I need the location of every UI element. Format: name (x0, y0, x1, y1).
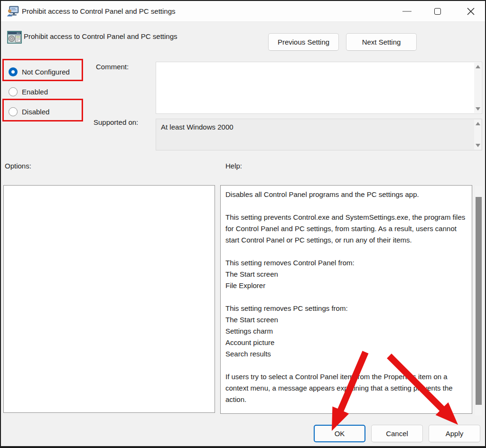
apply-button[interactable]: Apply (429, 425, 480, 442)
options-label: Options: (5, 162, 31, 170)
radio-label: Not Configured (22, 68, 70, 76)
supported-on-label: Supported on: (93, 118, 138, 126)
comment-label: Comment: (96, 63, 129, 71)
radio-enabled[interactable]: Enabled (9, 86, 48, 97)
radio-selected-icon (9, 67, 18, 76)
help-text-panel: Disables all Control Panel programs and … (220, 185, 472, 414)
options-panel (3, 185, 215, 413)
next-setting-button[interactable]: Next Setting (346, 33, 417, 51)
radio-label: Disabled (22, 108, 49, 116)
scroll-down-icon[interactable] (476, 107, 480, 111)
group-policy-app-icon (7, 5, 19, 18)
scroll-up-icon[interactable] (476, 65, 480, 68)
minimize-button[interactable] (396, 1, 418, 22)
help-paragraph: If users try to select a Control Panel i… (225, 371, 467, 405)
radio-disabled[interactable]: Disabled (9, 106, 49, 117)
radio-not-configured[interactable]: Not Configured (9, 66, 70, 77)
comment-field[interactable] (156, 62, 482, 114)
help-paragraph: This setting prevents Control.exe and Sy… (225, 212, 467, 246)
maximize-button[interactable] (427, 1, 449, 22)
comment-scrollbar[interactable] (474, 63, 481, 113)
radio-label: Enabled (22, 88, 48, 96)
previous-setting-button[interactable]: Previous Setting (268, 33, 339, 51)
ok-button[interactable]: OK (314, 425, 365, 442)
radio-unselected-icon (9, 107, 18, 116)
supported-on-value: At least Windows 2000 (161, 123, 234, 131)
help-scrollbar-thumb[interactable] (476, 197, 482, 405)
group-policy-setting-dialog: Prohibit access to Control Panel and PC … (0, 0, 486, 448)
help-scrollbar[interactable] (475, 186, 482, 416)
supported-on-scrollbar[interactable] (474, 120, 481, 149)
policy-setting-icon (7, 30, 22, 45)
cancel-button[interactable]: Cancel (371, 425, 423, 442)
close-button[interactable] (460, 1, 482, 22)
help-paragraph: Disables all Control Panel programs and … (225, 189, 467, 200)
window-title: Prohibit access to Control Panel and PC … (22, 1, 176, 22)
help-label: Help: (225, 162, 242, 170)
radio-unselected-icon (9, 87, 18, 96)
supported-on-field: At least Windows 2000 (156, 119, 482, 150)
close-icon (467, 7, 475, 16)
setting-title: Prohibit access to Control Panel and PC … (24, 32, 178, 40)
help-paragraph: This setting removes Control Panel from:… (225, 257, 467, 291)
minimize-icon (402, 11, 411, 12)
help-paragraph: This setting removes PC settings from: T… (225, 303, 467, 360)
scroll-down-icon[interactable] (476, 144, 480, 147)
scroll-up-icon[interactable] (476, 122, 480, 125)
maximize-icon (434, 8, 441, 15)
title-bar: Prohibit access to Control Panel and PC … (1, 1, 485, 22)
